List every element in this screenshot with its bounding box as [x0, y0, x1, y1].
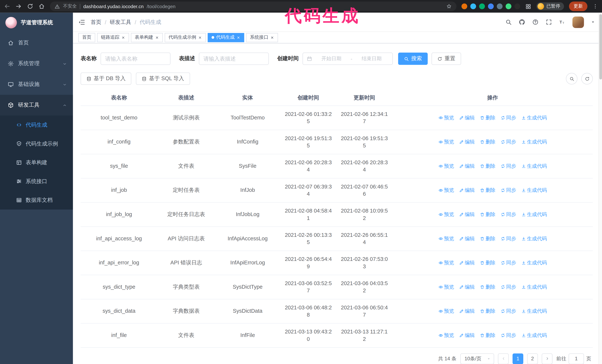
reset-button[interactable]: 重置	[431, 52, 461, 65]
extensions-puzzle-icon[interactable]	[525, 3, 531, 10]
close-icon[interactable]	[121, 36, 125, 40]
preview-action[interactable]: 预览	[438, 162, 454, 170]
edit-action[interactable]: 编辑	[459, 211, 475, 218]
search-icon[interactable]	[505, 19, 512, 25]
sync-action[interactable]: 同步	[501, 283, 516, 291]
delete-action[interactable]: 删除	[480, 187, 495, 194]
preview-action[interactable]: 预览	[438, 114, 454, 121]
sidebar-item[interactable]: 首页	[0, 32, 73, 53]
generate-code-action[interactable]: 生成代码	[521, 283, 547, 291]
page-button[interactable]: 2	[527, 353, 538, 364]
generate-code-action[interactable]: 生成代码	[521, 259, 547, 266]
extension-icon[interactable]	[506, 3, 511, 9]
generate-code-action[interactable]: 生成代码	[521, 332, 547, 339]
edit-action[interactable]: 编辑	[459, 235, 475, 242]
close-icon[interactable]	[198, 36, 202, 40]
generate-code-action[interactable]: 生成代码	[521, 114, 547, 121]
close-icon[interactable]	[270, 36, 274, 40]
edit-action[interactable]: 编辑	[459, 283, 475, 291]
table-desc-input[interactable]	[199, 52, 269, 65]
extension-icon[interactable]	[462, 3, 467, 9]
tab[interactable]: 链路追踪	[97, 33, 129, 42]
refresh-table-button[interactable]	[581, 73, 593, 84]
bookmark-star-icon[interactable]	[446, 3, 452, 9]
edit-action[interactable]: 编辑	[459, 332, 475, 339]
preview-action[interactable]: 预览	[438, 283, 454, 291]
toggle-search-button[interactable]	[566, 73, 577, 84]
delete-action[interactable]: 删除	[480, 138, 495, 145]
sync-action[interactable]: 同步	[501, 162, 516, 170]
sync-action[interactable]: 同步	[501, 187, 516, 194]
delete-action[interactable]: 删除	[480, 283, 495, 291]
delete-action[interactable]: 删除	[480, 307, 495, 315]
sync-action[interactable]: 同步	[501, 138, 516, 145]
table-name-input[interactable]	[101, 52, 171, 65]
reload-icon[interactable]	[27, 3, 33, 10]
preview-action[interactable]: 预览	[438, 307, 454, 315]
chevron-down-icon[interactable]	[591, 20, 595, 24]
user-avatar[interactable]	[572, 16, 584, 28]
import-sql-button[interactable]: 基于 SQL 导入	[136, 73, 190, 85]
edit-action[interactable]: 编辑	[459, 187, 475, 194]
browser-update-button[interactable]: 更新	[569, 1, 587, 11]
import-db-button[interactable]: 基于 DB 导入	[81, 73, 131, 85]
edit-action[interactable]: 编辑	[459, 307, 475, 315]
sync-action[interactable]: 同步	[501, 211, 516, 218]
sidebar-subitem[interactable]: 系统接口	[0, 172, 73, 191]
extension-icon[interactable]	[470, 3, 476, 9]
sidebar-subitem[interactable]: 代码生成	[0, 115, 73, 135]
delete-action[interactable]: 删除	[480, 332, 495, 339]
font-size-icon[interactable]: TT	[559, 19, 566, 25]
sidebar-subitem[interactable]: 数据库文档	[0, 191, 73, 210]
breadcrumb-item[interactable]: 研发工具	[110, 19, 131, 26]
goto-page-input[interactable]	[569, 353, 584, 364]
prev-page-button[interactable]	[498, 353, 509, 364]
tab[interactable]: 代码生成	[208, 33, 244, 42]
github-icon[interactable]	[519, 19, 525, 25]
sidebar-subitem[interactable]: 代码生成示例	[0, 134, 73, 153]
generate-code-action[interactable]: 生成代码	[521, 138, 547, 145]
generate-code-action[interactable]: 生成代码	[521, 187, 547, 194]
sidebar-subitem[interactable]: 表单构建	[0, 153, 73, 172]
sync-action[interactable]: 同步	[501, 307, 516, 315]
edit-action[interactable]: 编辑	[459, 114, 475, 121]
browser-home-icon[interactable]	[38, 3, 45, 10]
address-bar[interactable]: 不安全 dashboard.yudao.iocoder.cn/tool/code…	[50, 1, 456, 11]
logo[interactable]: 芋道管理系统	[0, 13, 73, 32]
sidebar-item[interactable]: 研发工具	[0, 95, 73, 115]
help-icon[interactable]	[532, 19, 539, 25]
extension-icon[interactable]	[514, 3, 520, 9]
preview-action[interactable]: 预览	[438, 235, 454, 242]
generate-code-action[interactable]: 生成代码	[521, 307, 547, 315]
delete-action[interactable]: 删除	[480, 114, 495, 121]
delete-action[interactable]: 删除	[480, 259, 495, 266]
scrollbar-thumb[interactable]	[599, 14, 602, 79]
preview-action[interactable]: 预览	[438, 259, 454, 266]
search-button[interactable]: 搜索	[398, 52, 428, 65]
tab[interactable]: 表单构建	[131, 33, 163, 42]
sidebar-item[interactable]: 基础设施	[0, 74, 73, 95]
page-scrollbar[interactable]	[599, 13, 602, 364]
sync-action[interactable]: 同步	[501, 259, 516, 266]
generate-code-action[interactable]: 生成代码	[521, 211, 547, 218]
preview-action[interactable]: 预览	[438, 332, 454, 339]
extension-icon[interactable]	[488, 3, 494, 9]
generate-code-action[interactable]: 生成代码	[521, 162, 547, 170]
date-range-picker[interactable]: 开始日期 - 结束日期	[302, 52, 393, 65]
preview-action[interactable]: 预览	[438, 187, 454, 194]
close-icon[interactable]	[155, 36, 159, 40]
next-page-button[interactable]	[542, 353, 553, 364]
page-size-select[interactable]: 10条/页	[460, 353, 494, 364]
sync-action[interactable]: 同步	[501, 235, 516, 242]
close-icon[interactable]	[236, 36, 240, 40]
breadcrumb-item[interactable]: 首页	[91, 19, 101, 26]
edit-action[interactable]: 编辑	[459, 162, 475, 170]
sidebar-item[interactable]: 系统管理	[0, 53, 73, 74]
extension-icon[interactable]	[497, 3, 503, 9]
fullscreen-icon[interactable]	[546, 19, 552, 25]
sync-action[interactable]: 同步	[501, 114, 516, 121]
profile-chip[interactable]: 已暂停	[537, 2, 564, 10]
tab[interactable]: 系统接口	[246, 33, 278, 42]
generate-code-action[interactable]: 生成代码	[521, 235, 547, 242]
back-icon[interactable]	[4, 3, 10, 10]
